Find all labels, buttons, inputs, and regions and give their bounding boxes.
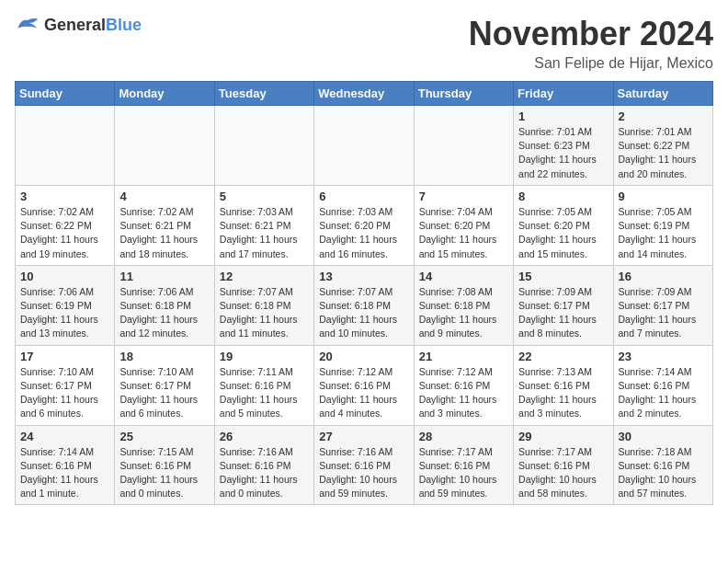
logo-blue: Blue (106, 16, 142, 34)
calendar-cell: 4Sunrise: 7:02 AM Sunset: 6:21 PM Daylig… (115, 185, 214, 265)
day-info: Sunrise: 7:10 AM Sunset: 6:17 PM Dayligh… (119, 365, 209, 421)
day-info: Sunrise: 7:12 AM Sunset: 6:16 PM Dayligh… (319, 365, 408, 421)
day-number: 15 (518, 270, 608, 283)
calendar-cell: 25Sunrise: 7:15 AM Sunset: 6:16 PM Dayli… (115, 425, 214, 505)
day-number: 6 (319, 190, 408, 203)
day-info: Sunrise: 7:17 AM Sunset: 6:16 PM Dayligh… (518, 445, 608, 501)
week-row-1: 1Sunrise: 7:01 AM Sunset: 6:23 PM Daylig… (16, 106, 713, 186)
day-number: 20 (319, 350, 408, 363)
day-number: 22 (518, 350, 608, 363)
day-number: 28 (419, 430, 508, 443)
day-info: Sunrise: 7:14 AM Sunset: 6:16 PM Dayligh… (20, 445, 109, 501)
day-info: Sunrise: 7:09 AM Sunset: 6:17 PM Dayligh… (518, 285, 608, 341)
day-info: Sunrise: 7:01 AM Sunset: 6:22 PM Dayligh… (619, 125, 708, 181)
day-info: Sunrise: 7:11 AM Sunset: 6:16 PM Dayligh… (220, 365, 309, 421)
day-number: 10 (20, 270, 109, 283)
day-number: 21 (419, 350, 508, 363)
day-number: 30 (619, 430, 708, 443)
calendar-cell: 8Sunrise: 7:05 AM Sunset: 6:20 PM Daylig… (514, 185, 613, 265)
day-number: 3 (20, 190, 109, 203)
calendar-cell: 15Sunrise: 7:09 AM Sunset: 6:17 PM Dayli… (514, 265, 613, 345)
calendar-cell: 6Sunrise: 7:03 AM Sunset: 6:20 PM Daylig… (314, 185, 414, 265)
calendar-cell: 13Sunrise: 7:07 AM Sunset: 6:18 PM Dayli… (314, 265, 414, 345)
calendar-cell: 23Sunrise: 7:14 AM Sunset: 6:16 PM Dayli… (613, 345, 712, 425)
logo-bird-icon (15, 15, 40, 35)
day-number: 7 (419, 190, 508, 203)
header-saturday: Saturday (613, 82, 712, 106)
calendar-cell: 10Sunrise: 7:06 AM Sunset: 6:19 PM Dayli… (16, 265, 115, 345)
calendar-cell: 16Sunrise: 7:09 AM Sunset: 6:17 PM Dayli… (613, 265, 712, 345)
day-number: 13 (319, 270, 408, 283)
calendar-cell: 14Sunrise: 7:08 AM Sunset: 6:18 PM Dayli… (414, 265, 513, 345)
calendar-cell: 19Sunrise: 7:11 AM Sunset: 6:16 PM Dayli… (214, 345, 313, 425)
day-info: Sunrise: 7:18 AM Sunset: 6:16 PM Dayligh… (619, 445, 708, 501)
week-row-5: 24Sunrise: 7:14 AM Sunset: 6:16 PM Dayli… (16, 425, 713, 505)
title-block: November 2024 San Felipe de Hijar, Mexic… (469, 15, 713, 72)
day-number: 27 (319, 430, 408, 443)
location: San Felipe de Hijar, Mexico (469, 55, 713, 72)
day-info: Sunrise: 7:05 AM Sunset: 6:20 PM Dayligh… (518, 205, 608, 261)
day-info: Sunrise: 7:15 AM Sunset: 6:16 PM Dayligh… (119, 445, 209, 501)
day-info: Sunrise: 7:08 AM Sunset: 6:18 PM Dayligh… (419, 285, 508, 341)
day-number: 26 (220, 430, 309, 443)
day-info: Sunrise: 7:03 AM Sunset: 6:20 PM Dayligh… (319, 205, 408, 261)
week-row-2: 3Sunrise: 7:02 AM Sunset: 6:22 PM Daylig… (16, 185, 713, 265)
calendar-cell: 11Sunrise: 7:06 AM Sunset: 6:18 PM Dayli… (115, 265, 214, 345)
week-row-4: 17Sunrise: 7:10 AM Sunset: 6:17 PM Dayli… (16, 345, 713, 425)
header-friday: Friday (514, 82, 613, 106)
day-info: Sunrise: 7:17 AM Sunset: 6:16 PM Dayligh… (419, 445, 508, 501)
day-info: Sunrise: 7:14 AM Sunset: 6:16 PM Dayligh… (619, 365, 708, 421)
calendar-cell: 7Sunrise: 7:04 AM Sunset: 6:20 PM Daylig… (414, 185, 513, 265)
calendar-cell: 18Sunrise: 7:10 AM Sunset: 6:17 PM Dayli… (115, 345, 214, 425)
month-title: November 2024 (469, 15, 713, 53)
calendar-table: SundayMondayTuesdayWednesdayThursdayFrid… (15, 81, 713, 505)
calendar-cell (314, 106, 414, 186)
day-info: Sunrise: 7:01 AM Sunset: 6:23 PM Dayligh… (518, 125, 608, 181)
header-row: SundayMondayTuesdayWednesdayThursdayFrid… (16, 82, 713, 106)
day-info: Sunrise: 7:06 AM Sunset: 6:19 PM Dayligh… (20, 285, 109, 341)
calendar-cell: 29Sunrise: 7:17 AM Sunset: 6:16 PM Dayli… (514, 425, 613, 505)
day-number: 5 (220, 190, 309, 203)
header-thursday: Thursday (414, 82, 513, 106)
calendar-cell (115, 106, 214, 186)
day-number: 18 (119, 350, 209, 363)
logo: GeneralBlue (15, 15, 142, 35)
calendar-cell: 30Sunrise: 7:18 AM Sunset: 6:16 PM Dayli… (613, 425, 712, 505)
calendar-cell: 1Sunrise: 7:01 AM Sunset: 6:23 PM Daylig… (514, 106, 613, 186)
calendar-cell (16, 106, 115, 186)
calendar-cell (214, 106, 313, 186)
day-info: Sunrise: 7:16 AM Sunset: 6:16 PM Dayligh… (220, 445, 309, 501)
day-info: Sunrise: 7:09 AM Sunset: 6:17 PM Dayligh… (619, 285, 708, 341)
day-number: 2 (619, 109, 708, 123)
day-number: 12 (220, 270, 309, 283)
day-info: Sunrise: 7:13 AM Sunset: 6:16 PM Dayligh… (518, 365, 608, 421)
day-info: Sunrise: 7:02 AM Sunset: 6:22 PM Dayligh… (20, 205, 109, 261)
day-info: Sunrise: 7:06 AM Sunset: 6:18 PM Dayligh… (119, 285, 209, 341)
calendar-cell: 5Sunrise: 7:03 AM Sunset: 6:21 PM Daylig… (214, 185, 313, 265)
calendar-cell: 17Sunrise: 7:10 AM Sunset: 6:17 PM Dayli… (16, 345, 115, 425)
calendar-cell: 26Sunrise: 7:16 AM Sunset: 6:16 PM Dayli… (214, 425, 313, 505)
logo-general: General (44, 16, 106, 34)
day-info: Sunrise: 7:04 AM Sunset: 6:20 PM Dayligh… (419, 205, 508, 261)
day-info: Sunrise: 7:03 AM Sunset: 6:21 PM Dayligh… (220, 205, 309, 261)
day-number: 8 (518, 190, 608, 203)
day-number: 4 (119, 190, 209, 203)
day-info: Sunrise: 7:12 AM Sunset: 6:16 PM Dayligh… (419, 365, 508, 421)
day-number: 9 (619, 190, 708, 203)
day-number: 29 (518, 430, 608, 443)
day-info: Sunrise: 7:16 AM Sunset: 6:16 PM Dayligh… (319, 445, 408, 501)
day-info: Sunrise: 7:10 AM Sunset: 6:17 PM Dayligh… (20, 365, 109, 421)
day-number: 19 (220, 350, 309, 363)
day-info: Sunrise: 7:07 AM Sunset: 6:18 PM Dayligh… (319, 285, 408, 341)
calendar-cell: 24Sunrise: 7:14 AM Sunset: 6:16 PM Dayli… (16, 425, 115, 505)
calendar-cell: 20Sunrise: 7:12 AM Sunset: 6:16 PM Dayli… (314, 345, 414, 425)
day-info: Sunrise: 7:05 AM Sunset: 6:19 PM Dayligh… (619, 205, 708, 261)
calendar-cell: 12Sunrise: 7:07 AM Sunset: 6:18 PM Dayli… (214, 265, 313, 345)
day-number: 17 (20, 350, 109, 363)
calendar-cell: 27Sunrise: 7:16 AM Sunset: 6:16 PM Dayli… (314, 425, 414, 505)
day-info: Sunrise: 7:07 AM Sunset: 6:18 PM Dayligh… (220, 285, 309, 341)
day-number: 24 (20, 430, 109, 443)
calendar-cell: 3Sunrise: 7:02 AM Sunset: 6:22 PM Daylig… (16, 185, 115, 265)
header-monday: Monday (115, 82, 214, 106)
day-info: Sunrise: 7:02 AM Sunset: 6:21 PM Dayligh… (119, 205, 209, 261)
